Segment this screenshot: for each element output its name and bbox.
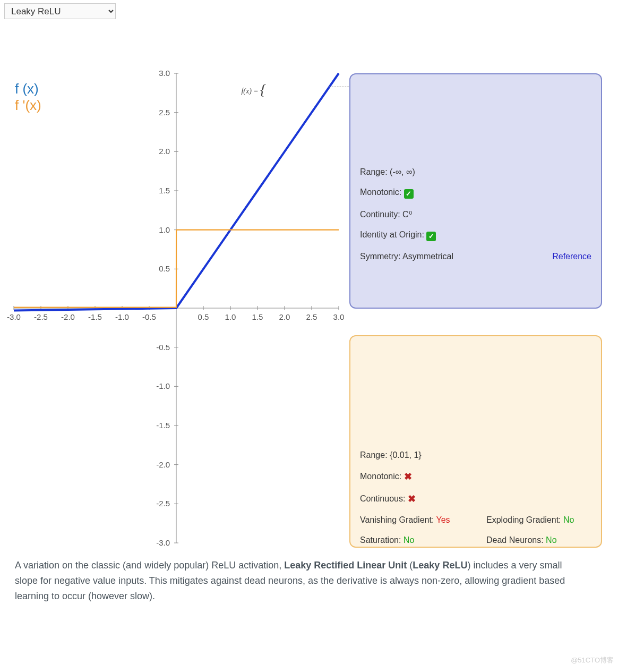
svg-text:-2.5: -2.5	[34, 312, 48, 321]
description-text: A variation on the classic (and widely p…	[0, 548, 595, 609]
svg-text:2.0: 2.0	[279, 312, 290, 321]
fx-continuity-row: Continuity: C⁰	[360, 209, 591, 219]
svg-text:1.5: 1.5	[252, 312, 263, 321]
activation-selector-wrap: Leaky ReLU	[0, 0, 618, 22]
label: Vanishing Gradient:	[360, 515, 434, 524]
label: Saturation:	[360, 535, 401, 545]
value: Asymmetrical	[402, 252, 453, 261]
label: Continuous:	[360, 494, 405, 503]
svg-text:2.0: 2.0	[159, 147, 170, 156]
svg-text:1.0: 1.0	[159, 225, 170, 234]
svg-text:-3.0: -3.0	[156, 538, 170, 547]
fx-identity-row: Identity at Origin: ✓	[360, 230, 591, 241]
label: Exploding Gradient:	[486, 515, 561, 524]
value: {0.01, 1}	[390, 450, 422, 460]
fpx-continuous-row: Continuous: ✖	[360, 493, 591, 505]
svg-text:-0.5: -0.5	[156, 343, 170, 352]
fx-monotonic-row: Monotonic: ✓	[360, 188, 591, 199]
svg-text:2.5: 2.5	[159, 108, 170, 117]
reference-link[interactable]: Reference	[552, 252, 591, 261]
fx-range-row: Range: (-∞, ∞)	[360, 167, 591, 177]
svg-text:0.5: 0.5	[159, 264, 170, 273]
svg-text:-3.0: -3.0	[7, 312, 21, 321]
value: No	[563, 515, 574, 524]
svg-text:1.5: 1.5	[159, 186, 170, 195]
label: Range:	[360, 167, 388, 176]
check-icon: ✓	[426, 232, 436, 241]
activation-selector[interactable]: Leaky ReLU	[4, 3, 116, 19]
value: No	[404, 535, 414, 545]
chart-plot: -3.0-2.5-2.0-1.5-1.0-0.50.51.01.52.02.53…	[4, 70, 344, 548]
svg-text:0.5: 0.5	[198, 312, 209, 321]
fpx-info-box: Range: {0.01, 1} Monotonic: ✖ Continuous…	[349, 335, 602, 548]
formula-dash	[329, 87, 351, 87]
value: (-∞, ∞)	[390, 167, 415, 176]
svg-text:-1.5: -1.5	[88, 312, 102, 321]
svg-text:2.5: 2.5	[306, 312, 317, 321]
label: Symmetry:	[360, 252, 400, 261]
svg-text:3.0: 3.0	[159, 70, 170, 78]
label: Monotonic:	[360, 188, 401, 197]
fpx-range-row: Range: {0.01, 1}	[360, 450, 591, 460]
svg-text:-1.0: -1.0	[115, 312, 129, 321]
label: Identity at Origin:	[360, 230, 424, 239]
check-icon: ✓	[404, 189, 414, 199]
label: Range:	[360, 450, 388, 460]
svg-text:-1.0: -1.0	[156, 381, 170, 390]
svg-text:-2.0: -2.0	[61, 312, 75, 321]
fx-info-box: Range: (-∞, ∞) Monotonic: ✓ Continuity: …	[349, 73, 602, 309]
svg-text:-2.0: -2.0	[156, 460, 170, 469]
x-icon: ✖	[408, 494, 416, 504]
svg-text:-0.5: -0.5	[142, 312, 156, 321]
fpx-saturation-row: Saturation: No Dead Neurons: No	[360, 535, 591, 545]
svg-text:-1.5: -1.5	[156, 421, 170, 430]
main-content: f (x) f '(x) -3.0-2.5-2.0-1.5-1.0-0.50.5…	[0, 22, 618, 548]
value: C⁰	[402, 210, 412, 219]
fpx-gradient-row: Vanishing Gradient: Yes Exploding Gradie…	[360, 515, 591, 525]
value: No	[546, 535, 556, 545]
svg-text:-2.5: -2.5	[156, 499, 170, 508]
fpx-monotonic-row: Monotonic: ✖	[360, 471, 591, 482]
x-icon: ✖	[404, 471, 412, 482]
label: Continuity:	[360, 210, 400, 219]
value: Yes	[436, 515, 450, 524]
formula-label: f(x) ={	[241, 83, 264, 100]
label: Monotonic:	[360, 472, 401, 481]
svg-text:3.0: 3.0	[333, 312, 344, 321]
fx-symmetry-row: Symmetry: Asymmetrical Reference	[360, 252, 591, 261]
svg-text:1.0: 1.0	[225, 312, 236, 321]
label: Dead Neurons:	[486, 535, 544, 545]
